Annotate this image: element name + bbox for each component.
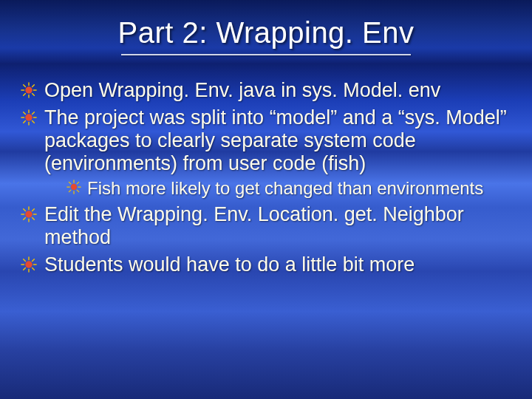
svg-line-24 — [69, 190, 71, 192]
list-item: The project was split into “model” and a… — [21, 106, 511, 199]
svg-line-4 — [24, 85, 26, 87]
svg-point-35 — [25, 211, 33, 218]
sun-bullet-icon — [21, 206, 37, 222]
svg-line-33 — [24, 217, 26, 219]
sub-bullet-list: Fish more likely to get changed than env… — [44, 178, 511, 199]
svg-line-42 — [24, 267, 26, 270]
sun-bullet-icon — [21, 82, 37, 98]
svg-line-32 — [33, 217, 35, 219]
svg-line-23 — [77, 190, 79, 192]
svg-line-41 — [33, 267, 35, 270]
svg-line-34 — [33, 208, 35, 211]
svg-line-31 — [24, 208, 26, 211]
bullet-text: Fish more likely to get changed than env… — [87, 178, 483, 198]
bullet-list: Open Wrapping. Env. java in sys. Model. … — [21, 79, 511, 276]
svg-point-26 — [71, 184, 77, 190]
svg-line-25 — [77, 183, 79, 185]
bullet-text: The project was split into “model” and a… — [44, 106, 507, 174]
bullet-text: Open Wrapping. Env. java in sys. Model. … — [44, 79, 440, 101]
svg-line-43 — [33, 259, 35, 262]
svg-point-8 — [25, 86, 33, 94]
list-item: Fish more likely to get changed than env… — [66, 178, 511, 199]
svg-line-15 — [24, 121, 26, 123]
svg-line-5 — [33, 94, 35, 96]
svg-line-40 — [24, 259, 26, 262]
list-item: Edit the Wrapping. Env. Location. get. N… — [21, 203, 511, 249]
sun-bullet-icon — [21, 109, 37, 126]
svg-line-14 — [33, 121, 35, 123]
svg-point-44 — [25, 261, 33, 268]
svg-line-13 — [24, 112, 26, 115]
slide: Part 2: Wrapping. Env Open Wrapping. Env… — [0, 0, 532, 399]
list-item: Open Wrapping. Env. java in sys. Model. … — [21, 79, 511, 102]
slide-body: Open Wrapping. Env. java in sys. Model. … — [0, 55, 532, 276]
slide-title: Part 2: Wrapping. Env — [0, 0, 532, 54]
svg-line-6 — [24, 94, 26, 96]
svg-line-7 — [33, 85, 35, 87]
svg-line-16 — [33, 112, 35, 115]
svg-line-22 — [69, 183, 71, 185]
list-item: Students would have to do a little bit m… — [21, 253, 511, 276]
bullet-text: Students would have to do a little bit m… — [44, 253, 415, 276]
sun-bullet-icon — [21, 256, 37, 273]
svg-point-17 — [25, 114, 33, 121]
sun-bullet-icon — [66, 180, 81, 194]
bullet-text: Edit the Wrapping. Env. Location. get. N… — [44, 203, 464, 248]
